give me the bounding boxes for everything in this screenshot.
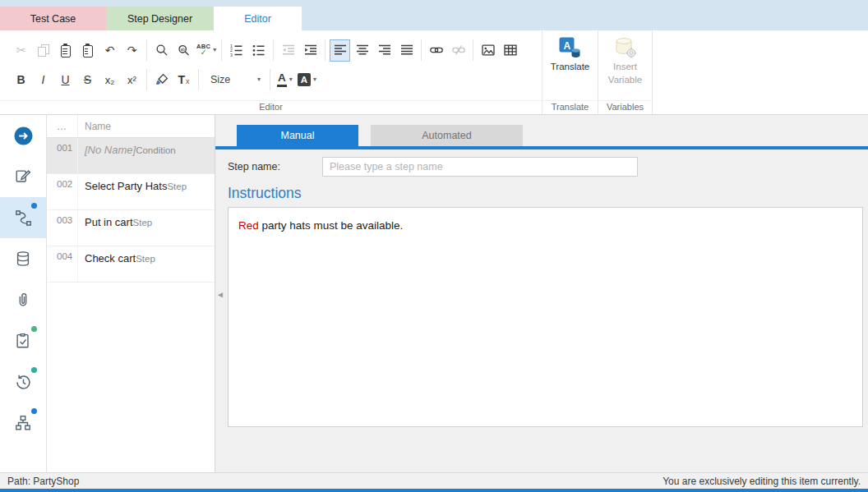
redo-button[interactable]: ↷ — [122, 39, 142, 62]
ribbon-separator — [146, 69, 147, 90]
align-center-button[interactable] — [352, 39, 372, 62]
ribbon-group-editor: ✂ ↶ ↷ ab ABC✓▾ 123 — [0, 30, 542, 114]
find-replace-icon: ab — [178, 44, 191, 57]
justify-button[interactable] — [396, 39, 417, 62]
align-left-icon — [334, 44, 347, 57]
superscript-icon: x² — [127, 75, 136, 85]
clear-formatting-button[interactable]: Tx — [173, 69, 194, 91]
undo-button[interactable]: ↶ — [99, 39, 120, 62]
chevron-down-icon: ▾ — [257, 76, 261, 83]
strikethrough-icon: S — [84, 74, 91, 85]
underline-button[interactable]: U — [55, 69, 76, 91]
ribbon-group-variables: Insert Variable Variables — [598, 30, 653, 114]
sidebar-item-go[interactable] — [0, 115, 46, 156]
step-number: 002 — [47, 174, 78, 209]
align-center-icon — [356, 44, 369, 57]
format-painter-button[interactable] — [151, 69, 172, 91]
step-editor-panel: Manual Automated Step name: Instructions… — [215, 115, 868, 472]
hierarchy-icon — [14, 414, 32, 432]
subscript-icon: x₂ — [105, 75, 115, 85]
step-type: Step — [136, 254, 155, 264]
options-column-header: … — [47, 115, 78, 137]
sidebar-item-data[interactable] — [0, 238, 46, 279]
find-replace-button[interactable]: ab — [173, 39, 194, 62]
step-name: [No Name] — [85, 144, 136, 156]
translate-button[interactable]: A Translate — [546, 33, 595, 72]
highlight-color-icon: A — [298, 73, 311, 86]
sidebar-item-hierarchy[interactable] — [0, 402, 46, 444]
ribbon-separator — [270, 69, 270, 90]
find-icon — [155, 44, 169, 57]
chevron-down-icon: ▾ — [213, 47, 216, 53]
link-icon — [430, 44, 443, 57]
highlight-color-button[interactable]: A▾ — [297, 69, 317, 91]
history-icon — [14, 373, 33, 392]
sidebar-item-edit[interactable] — [0, 156, 46, 197]
align-left-button[interactable] — [330, 39, 350, 62]
sidebar-item-attachments[interactable] — [0, 279, 46, 320]
step-name-label: Step name: — [228, 161, 322, 172]
status-path: Path: PartyShop — [7, 476, 79, 487]
subscript-button[interactable]: x₂ — [99, 69, 120, 91]
step-type: Condition — [136, 145, 176, 155]
cut-button[interactable]: ✂ — [11, 39, 31, 62]
insert-link-button[interactable] — [426, 39, 446, 62]
sidebar-item-history[interactable] — [0, 361, 46, 402]
step-row-3[interactable]: 003 Put in cartStep — [47, 210, 215, 246]
paste-button[interactable] — [55, 39, 76, 62]
steps-list-header: … Name — [47, 115, 215, 138]
status-bar: Path: PartyShop You are exclusively edit… — [0, 472, 868, 489]
step-number: 001 — [47, 138, 78, 173]
sidebar-item-test-steps[interactable] — [0, 197, 46, 238]
bold-icon: B — [16, 74, 25, 85]
review-checklist-icon — [14, 332, 32, 350]
go-icon — [13, 126, 34, 146]
insert-variable-button[interactable]: Insert Variable — [603, 33, 647, 85]
remove-link-button[interactable] — [448, 39, 469, 62]
italic-button[interactable]: I — [33, 69, 53, 91]
insert-image-button[interactable] — [478, 39, 498, 62]
numbered-list-button[interactable]: 123 — [226, 39, 247, 62]
tab-step-designer[interactable]: Step Designer — [106, 7, 214, 30]
step-row-1[interactable]: 001 [No Name]Condition — [47, 138, 215, 174]
increase-indent-button[interactable] — [300, 39, 321, 62]
strikethrough-button[interactable]: S — [77, 69, 98, 91]
collapse-panel-arrow[interactable]: ◄ — [216, 291, 224, 299]
instructions-editor[interactable]: Red party hats must be available. — [228, 207, 863, 427]
bullet-list-button[interactable] — [248, 39, 269, 62]
font-size-dropdown[interactable]: Size▾ — [204, 70, 265, 90]
step-row-2[interactable]: 002 Select Party HatsStep — [47, 174, 215, 210]
step-row-4[interactable]: 004 Check cartStep — [47, 246, 215, 283]
ribbon-separator — [473, 39, 473, 61]
insert-variable-label-2: Variable — [608, 75, 642, 85]
tab-manual[interactable]: Manual — [237, 125, 358, 146]
step-name-input[interactable] — [322, 157, 638, 177]
tab-test-case[interactable]: Test Case — [0, 7, 106, 30]
ribbon-separator — [221, 39, 222, 61]
italic-icon: I — [42, 74, 45, 85]
paste-text-button[interactable] — [77, 39, 98, 62]
spell-check-button[interactable]: ABC✓▾ — [196, 39, 217, 62]
superscript-button[interactable]: x² — [122, 69, 142, 91]
image-icon — [482, 44, 495, 57]
decrease-indent-icon — [282, 44, 295, 57]
insert-table-button[interactable] — [500, 39, 520, 62]
align-right-button[interactable] — [374, 39, 395, 62]
translate-icon: A — [558, 36, 581, 59]
svg-text:A: A — [564, 40, 571, 52]
bold-button[interactable]: B — [11, 69, 31, 91]
font-color-button[interactable]: A▾ — [275, 69, 295, 91]
find-button[interactable] — [151, 39, 172, 62]
tab-automated[interactable]: Automated — [371, 125, 523, 146]
attachments-icon — [14, 291, 32, 309]
ribbon-group-translate: A Translate Translate — [542, 30, 598, 114]
ribbon-group-variables-label: Variables — [598, 100, 652, 114]
sidebar-item-review[interactable] — [0, 320, 46, 361]
instruction-text-highlight: Red — [238, 219, 259, 232]
unlink-icon — [452, 44, 465, 57]
justify-icon — [400, 44, 413, 57]
tab-editor[interactable]: Editor — [214, 7, 302, 30]
decrease-indent-button[interactable] — [278, 39, 298, 62]
align-right-icon — [378, 44, 391, 57]
copy-button[interactable] — [33, 39, 53, 62]
